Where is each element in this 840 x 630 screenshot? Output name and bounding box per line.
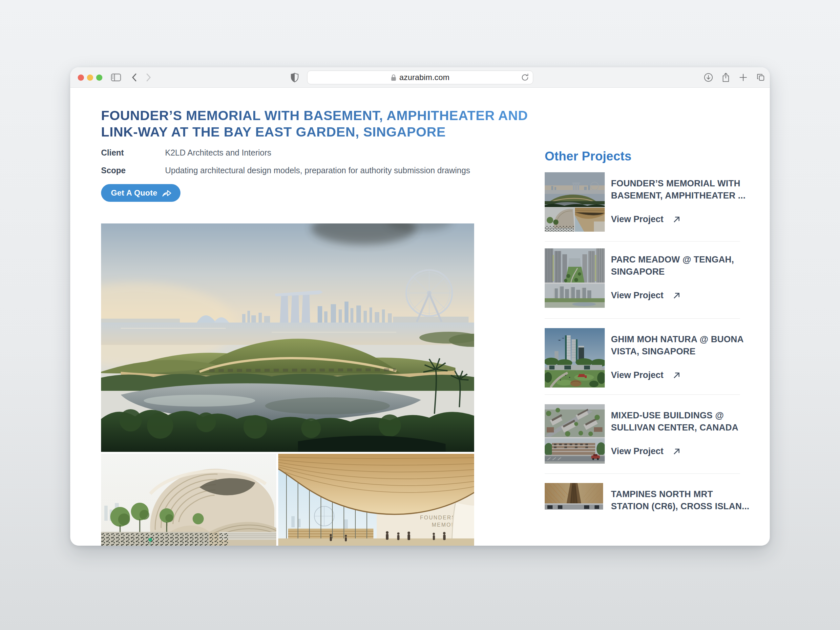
view-project-link[interactable]: View Project <box>611 370 681 380</box>
sidebar-toggle-icon <box>111 74 121 81</box>
sidebar-toggle-button[interactable] <box>110 67 122 88</box>
divider <box>545 474 740 474</box>
arrow-up-right-icon <box>672 291 681 300</box>
arrow-up-right-icon <box>672 215 681 224</box>
project-title-line1: MIXED-USE BUILDINGS @ <box>611 409 759 422</box>
project-thumbnail[interactable] <box>545 404 605 464</box>
thumb-ghim-moh-natura <box>545 328 605 387</box>
project-thumbnail[interactable] <box>545 483 603 510</box>
thumb-tampines-mrt <box>545 483 603 510</box>
project-title: TAMPINES NORTH MRT STATION (CR6), CROSS … <box>611 488 759 513</box>
close-button[interactable] <box>78 74 84 81</box>
forward-arrow-icon <box>162 188 172 198</box>
shield-icon <box>291 73 299 83</box>
page-title-line2: LINK-WAY AT THE BAY EAST GARDEN, SINGAPO… <box>101 124 541 140</box>
get-a-quote-label: Get A Quote <box>111 188 158 197</box>
new-tab-button[interactable] <box>739 67 748 88</box>
scope-value: Updating architectural design models, pr… <box>165 166 470 175</box>
forward-icon <box>146 73 151 82</box>
project-title-line2: SULLIVAN CENTER, CANADA <box>611 422 759 434</box>
interior-illustration: FOUNDERS MEMORIAL <box>278 454 474 546</box>
client-row: ClientK2LD Architects and Interiors <box>101 148 541 158</box>
thumb-parc-meadow <box>545 248 605 308</box>
client-label: Client <box>101 148 165 158</box>
browser-toolbar: azurabim.com <box>70 67 770 88</box>
divider <box>545 241 740 242</box>
tab-overview-button[interactable] <box>756 67 765 88</box>
project-title-line2: VISTA, SINGAPORE <box>611 346 759 358</box>
view-project-link[interactable]: View Project <box>611 446 681 456</box>
arrow-up-right-icon <box>672 447 681 456</box>
address-bar[interactable]: azurabim.com <box>307 71 533 84</box>
gallery-image-exterior <box>101 454 276 546</box>
scope-row: ScopeUpdating architectural design model… <box>101 166 541 175</box>
divider <box>545 318 740 319</box>
share-button[interactable] <box>721 67 730 88</box>
project-title-line2: SINGAPORE <box>611 266 759 278</box>
minimize-button[interactable] <box>87 74 93 81</box>
exterior-illustration <box>101 454 276 546</box>
project-title: MIXED-USE BUILDINGS @ SULLIVAN CENTER, C… <box>611 409 759 434</box>
project-title: FOUNDER’S MEMORIAL WITH BASEMENT, AMPHIT… <box>611 177 759 202</box>
plus-icon <box>739 73 747 82</box>
project-title: PARC MEADOW @ TENGAH, SINGAPORE <box>611 254 759 278</box>
get-a-quote-button[interactable]: Get A Quote <box>101 184 180 202</box>
project-title: GHIM MOH NATURA @ BUONA VISTA, SINGAPORE <box>611 333 759 358</box>
other-projects-heading: Other Projects <box>545 149 632 163</box>
project-title-line1: TAMPINES NORTH MRT <box>611 488 759 501</box>
hero-image <box>101 223 474 452</box>
downloads-button[interactable] <box>704 67 713 88</box>
page-title: FOUNDER’S MEMORIAL WITH BASEMENT, AMPHIT… <box>101 107 541 140</box>
reload-button[interactable] <box>521 73 529 82</box>
thumb-sullivan-center <box>545 404 605 464</box>
reload-icon <box>521 73 529 82</box>
project-title-line2: BASEMENT, AMPHITHEATER ... <box>611 189 759 202</box>
arrow-up-right-icon <box>672 371 681 380</box>
privacy-report-button[interactable] <box>288 67 301 88</box>
forward-button[interactable] <box>144 67 153 88</box>
share-icon <box>722 73 730 82</box>
url-text: azurabim.com <box>399 73 450 82</box>
client-value: K2LD Architects and Interiors <box>165 148 272 157</box>
lock-icon <box>391 74 396 81</box>
page-title-line1: FOUNDER’S MEMORIAL WITH BASEMENT, AMPHIT… <box>101 107 541 124</box>
download-icon <box>704 73 713 82</box>
browser-window: azurabim.com <box>70 67 770 546</box>
project-thumbnail[interactable] <box>545 248 605 308</box>
view-project-label: View Project <box>611 291 663 300</box>
project-list-item: TAMPINES NORTH MRT STATION (CR6), CROSS … <box>545 483 740 542</box>
window-controls <box>78 67 103 88</box>
project-title-line1: PARC MEADOW @ TENGAH, <box>611 254 759 266</box>
project-thumbnail[interactable] <box>545 172 605 232</box>
view-project-label: View Project <box>611 370 663 380</box>
wall-text-founders: FOUNDERS <box>420 515 456 520</box>
back-button[interactable] <box>129 67 139 88</box>
gallery-image-interior: FOUNDERS MEMORIAL <box>278 454 474 546</box>
thumb-founders-memorial <box>545 172 605 232</box>
scope-label: Scope <box>101 166 165 175</box>
back-icon <box>132 73 137 82</box>
project-thumbnail[interactable] <box>545 328 605 387</box>
view-project-link[interactable]: View Project <box>611 291 681 300</box>
view-project-link[interactable]: View Project <box>611 214 681 224</box>
tabs-icon <box>756 73 765 82</box>
view-project-label: View Project <box>611 446 663 456</box>
project-list-item: FOUNDER’S MEMORIAL WITH BASEMENT, AMPHIT… <box>545 172 740 232</box>
project-title-line1: GHIM MOH NATURA @ BUONA <box>611 333 759 346</box>
project-list-item: GHIM MOH NATURA @ BUONA VISTA, SINGAPORE… <box>545 328 740 387</box>
zoom-button[interactable] <box>96 74 103 81</box>
project-list-item: MIXED-USE BUILDINGS @ SULLIVAN CENTER, C… <box>545 404 740 464</box>
project-list-item: PARC MEADOW @ TENGAH, SINGAPORE View Pro… <box>545 248 740 308</box>
project-title-line2: STATION (CR6), CROSS ISLAN... <box>611 501 759 513</box>
project-title-line1: FOUNDER’S MEMORIAL WITH <box>611 177 759 189</box>
hero-illustration <box>101 223 474 452</box>
view-project-label: View Project <box>611 214 663 224</box>
